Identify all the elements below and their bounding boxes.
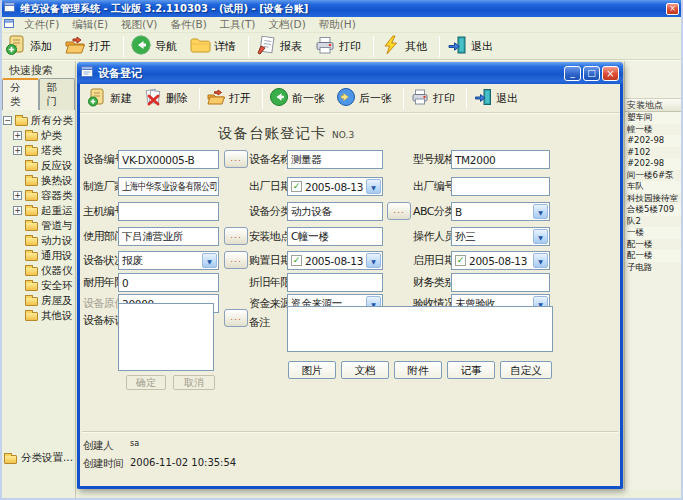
next-button[interactable]: 后一张 xyxy=(333,86,400,111)
tree-item-all[interactable]: 所有分类 xyxy=(0,113,75,128)
operator-select[interactable]: 孙三 xyxy=(451,227,550,246)
menu-tools[interactable]: 工具(T) xyxy=(214,18,262,32)
depreciation-life-input[interactable] xyxy=(287,273,383,292)
dropdown-arrow-icon[interactable] xyxy=(533,204,548,219)
tree-item[interactable]: 换热设 xyxy=(0,173,75,188)
menu-help[interactable]: 帮助(H) xyxy=(313,18,362,32)
report-button[interactable]: 报表 xyxy=(252,33,311,60)
manufacturer-input[interactable]: 上海中华泵业设备有限公司 xyxy=(118,177,219,196)
host-no-input[interactable] xyxy=(118,202,219,221)
device-name-input[interactable]: 测量器 xyxy=(287,150,383,169)
department-input[interactable]: 下吕浦营业所 xyxy=(118,227,219,246)
collapse-icon[interactable] xyxy=(3,116,12,125)
tree-item[interactable]: 房屋及 xyxy=(0,293,75,308)
checkbox-checked-icon[interactable] xyxy=(455,255,466,266)
table-row[interactable]: 配一楼 xyxy=(625,250,681,262)
tab-department[interactable]: 部门 xyxy=(39,78,76,110)
window-close-button[interactable] xyxy=(666,3,679,15)
factory-no-input[interactable] xyxy=(451,177,550,196)
table-row[interactable]: #202-98 xyxy=(625,158,681,170)
tree-item[interactable]: 通用设 xyxy=(0,248,75,263)
purchase-date-picker[interactable]: 2005-08-13 xyxy=(287,251,383,270)
category-settings-item[interactable]: 分类设置... xyxy=(4,451,73,465)
location-input[interactable]: C幢一楼 xyxy=(287,227,383,246)
menu-docs[interactable]: 文档(D) xyxy=(262,18,311,32)
attachment-button[interactable]: 附件 xyxy=(394,361,442,379)
expand-icon[interactable] xyxy=(13,191,22,200)
dialog-open-button[interactable]: 打开 xyxy=(203,86,259,111)
dialog-close-button[interactable] xyxy=(602,66,619,81)
add-button[interactable]: 添加 xyxy=(2,33,61,60)
tree-item[interactable]: 起重运 xyxy=(0,203,75,218)
table-row[interactable]: 一楼 xyxy=(625,227,681,239)
expand-icon[interactable] xyxy=(13,131,22,140)
expand-icon[interactable] xyxy=(13,206,22,215)
status-browse-button[interactable]: ... xyxy=(224,251,248,269)
tree-item[interactable]: 其他设 xyxy=(0,308,75,323)
new-button[interactable]: 新建 xyxy=(84,86,140,111)
table-row[interactable]: 队2 xyxy=(625,216,681,228)
column-header-location[interactable]: 安装地点 xyxy=(625,98,681,112)
details-button[interactable]: 详情 xyxy=(186,33,245,60)
model-input[interactable]: TM2000 xyxy=(451,150,550,169)
dropdown-arrow-icon[interactable] xyxy=(202,253,217,268)
category-input[interactable]: 动力设备 xyxy=(287,202,383,221)
checkbox-checked-icon[interactable] xyxy=(291,181,302,192)
tree-item[interactable]: 动力设 xyxy=(0,233,75,248)
device-mark-area[interactable] xyxy=(118,303,214,371)
document-button[interactable]: 文档 xyxy=(341,361,389,379)
tree-item[interactable]: 仪器仪 xyxy=(0,263,75,278)
table-row[interactable]: #102 xyxy=(625,147,681,159)
device-no-input[interactable]: VK-DX00005-B xyxy=(118,150,219,169)
open-button[interactable]: 打开 xyxy=(61,33,120,60)
tree-item[interactable]: 炉类 xyxy=(0,128,75,143)
device-mark-browse-button[interactable]: ... xyxy=(224,309,248,327)
custom-button[interactable]: 自定义 xyxy=(500,361,552,379)
dialog-maximize-button[interactable] xyxy=(583,66,600,81)
tree-item[interactable]: 管道与 xyxy=(0,218,75,233)
menu-file[interactable]: 文件(F) xyxy=(18,18,65,32)
previous-button[interactable]: 前一张 xyxy=(266,86,333,111)
exit-button[interactable]: 退出 xyxy=(443,33,502,60)
table-row[interactable]: #202-98 xyxy=(625,135,681,147)
dropdown-arrow-icon[interactable] xyxy=(366,179,381,194)
menu-view[interactable]: 视图(V) xyxy=(115,18,163,32)
navigate-button[interactable]: 导航 xyxy=(127,33,186,60)
department-browse-button[interactable]: ... xyxy=(224,227,248,245)
table-row[interactable]: 科技园接待室 xyxy=(625,193,681,205)
table-row[interactable]: 车队 xyxy=(625,181,681,193)
picture-button[interactable]: 图片 xyxy=(288,361,336,379)
table-row[interactable]: 配一楼 xyxy=(625,239,681,251)
dialog-minimize-button[interactable] xyxy=(564,66,581,81)
table-row[interactable]: 合楼5楼709 xyxy=(625,204,681,216)
device-no-browse-button[interactable]: ... xyxy=(224,150,248,168)
dropdown-arrow-icon[interactable] xyxy=(533,229,548,244)
service-life-input[interactable]: 0 xyxy=(118,273,219,292)
ok-button[interactable]: 确定 xyxy=(126,375,166,390)
dialog-exit-button[interactable]: 退出 xyxy=(470,86,526,111)
tree-item[interactable]: 反应设 xyxy=(0,158,75,173)
dropdown-arrow-icon[interactable] xyxy=(366,253,381,268)
table-row[interactable]: 间一楼6#泵 xyxy=(625,170,681,182)
delete-button[interactable]: 删除 xyxy=(140,86,196,111)
table-row[interactable]: 幢一楼 xyxy=(625,124,681,136)
table-row[interactable]: 塑车间 xyxy=(625,112,681,124)
factory-date-picker[interactable]: 2005-08-13 xyxy=(287,177,383,196)
enable-date-picker[interactable]: 2005-08-13 xyxy=(451,251,550,270)
other-button[interactable]: 其他 xyxy=(377,33,436,60)
finance-type-input[interactable] xyxy=(451,273,550,292)
tree-item[interactable]: 塔类 xyxy=(0,143,75,158)
status-select[interactable]: 报废 xyxy=(118,251,219,270)
menu-spareparts[interactable]: 备件(B) xyxy=(164,18,212,32)
remark-area[interactable] xyxy=(287,306,553,352)
table-row[interactable]: 子电路 xyxy=(625,262,681,274)
tree-item[interactable]: 安全环 xyxy=(0,278,75,293)
dialog-print-button[interactable]: 打印 xyxy=(407,86,463,111)
expand-icon[interactable] xyxy=(13,146,22,155)
note-button[interactable]: 记事 xyxy=(447,361,495,379)
abc-select[interactable]: B xyxy=(451,202,550,221)
tab-category[interactable]: 分类 xyxy=(2,78,39,110)
print-button[interactable]: 打印 xyxy=(311,33,370,60)
category-browse-button[interactable]: ... xyxy=(387,202,411,220)
cancel-button[interactable]: 取消 xyxy=(173,375,215,390)
